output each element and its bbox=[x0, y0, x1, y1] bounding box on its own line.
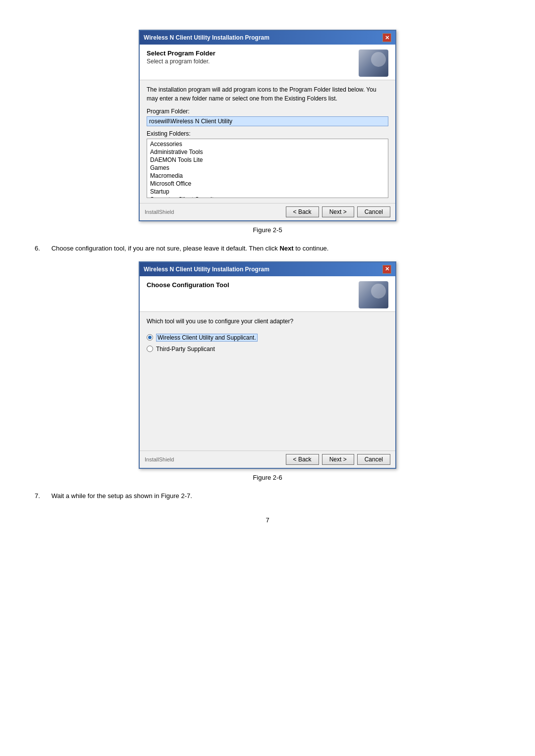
step6-number: 6. bbox=[35, 244, 50, 254]
dialog5-header-text: Select Program Folder Select a program f… bbox=[147, 50, 215, 65]
list-item[interactable]: Games bbox=[149, 164, 386, 172]
dialog6-content: Which tool will you use to configure you… bbox=[140, 312, 395, 451]
figure5-caption: Figure 2-5 bbox=[40, 226, 495, 234]
back5-button[interactable]: < Back bbox=[286, 206, 319, 217]
dialog5-description: The installation program will add progra… bbox=[147, 85, 388, 103]
dialog5-close-button[interactable]: ✕ bbox=[382, 33, 391, 42]
dialog5-subheading: Select a program folder. bbox=[147, 58, 215, 65]
step6-text-before: Choose configuration tool, if you are no… bbox=[52, 245, 280, 252]
radio-option-2[interactable]: Third-Party Supplicant bbox=[147, 346, 388, 353]
dialog5-header-icon bbox=[359, 50, 388, 77]
next5-button[interactable]: Next > bbox=[322, 206, 354, 217]
existing-folders-listbox[interactable]: Accessories Administrative Tools DAEMON … bbox=[147, 139, 388, 198]
dialog6-buttons: < Back Next > Cancel bbox=[286, 454, 390, 465]
installshield5-label: InstallShield bbox=[145, 209, 286, 215]
dialog6-footer: InstallShield < Back Next > Cancel bbox=[140, 451, 395, 468]
dialog5-title: Wireless N Client Utility Installation P… bbox=[144, 34, 269, 41]
cancel6-button[interactable]: Cancel bbox=[357, 454, 390, 465]
figure5-dialog: Wireless N Client Utility Installation P… bbox=[139, 30, 396, 221]
wireless-icon-2 bbox=[359, 281, 388, 308]
radio-circle-2[interactable] bbox=[147, 346, 153, 352]
dialog5-titlebar: Wireless N Client Utility Installation P… bbox=[140, 31, 395, 45]
program-folder-input[interactable] bbox=[147, 116, 388, 126]
dialog5-buttons: < Back Next > Cancel bbox=[286, 206, 390, 217]
list-item[interactable]: Microsoft Office bbox=[149, 180, 386, 188]
figure6-caption: Figure 2-6 bbox=[40, 474, 495, 481]
existing-folders-label: Existing Folders: bbox=[147, 130, 388, 137]
list-item[interactable]: DAEMON Tools Lite bbox=[149, 156, 386, 164]
dialog6-question: Which tool will you use to configure you… bbox=[147, 317, 388, 326]
existing-folders-list: Accessories Administrative Tools DAEMON … bbox=[147, 139, 388, 198]
dialog6-header: Choose Configuration Tool bbox=[140, 276, 395, 312]
step6-bold: Next bbox=[279, 245, 293, 252]
step6-text-after: to continue. bbox=[294, 245, 329, 252]
step6-body: Choose configuration tool, if you are no… bbox=[52, 245, 329, 252]
list-item[interactable]: Startup bbox=[149, 188, 386, 196]
back6-button[interactable]: < Back bbox=[286, 454, 319, 465]
next6-button[interactable]: Next > bbox=[322, 454, 354, 465]
radio-circle-1[interactable] bbox=[147, 334, 153, 341]
dialog5-body: Select Program Folder Select a program f… bbox=[140, 45, 395, 220]
step7-number: 7. bbox=[35, 491, 50, 502]
dialog5-heading: Select Program Folder bbox=[147, 50, 215, 57]
page-number: 7 bbox=[40, 516, 495, 524]
step7-text: 7. Wait a while for the setup as shown i… bbox=[40, 491, 495, 502]
list-item[interactable]: Macromedia bbox=[149, 172, 386, 180]
dialog6-title: Wireless N Client Utility Installation P… bbox=[144, 266, 269, 273]
radio-option-1[interactable]: Wireless Client Utility and Supplicant. bbox=[147, 334, 388, 342]
cancel5-button[interactable]: Cancel bbox=[357, 206, 390, 217]
figure6-dialog: Wireless N Client Utility Installation P… bbox=[139, 261, 396, 469]
dialog6-header-text: Choose Configuration Tool bbox=[147, 281, 229, 290]
installshield6-label: InstallShield bbox=[145, 456, 286, 462]
step7-body: Wait a while for the setup as shown in F… bbox=[52, 492, 192, 500]
dialog5-content: The installation program will add progra… bbox=[140, 80, 395, 203]
dialog6-titlebar: Wireless N Client Utility Installation P… bbox=[140, 262, 395, 276]
program-folder-label: Program Folder: bbox=[147, 108, 388, 115]
dialog6-body: Choose Configuration Tool Which tool wil… bbox=[140, 276, 395, 468]
radio-label-2: Third-Party Supplicant bbox=[156, 346, 215, 353]
list-item[interactable]: Symantec Client Security bbox=[149, 196, 386, 198]
dialog6-header-icon bbox=[359, 281, 388, 308]
dialog5-footer: InstallShield < Back Next > Cancel bbox=[140, 203, 395, 220]
dialog6-close-button[interactable]: ✕ bbox=[382, 265, 391, 274]
step6-text: 6. Choose configuration tool, if you are… bbox=[40, 244, 495, 254]
dialog5-header: Select Program Folder Select a program f… bbox=[140, 45, 395, 80]
list-item[interactable]: Accessories bbox=[149, 140, 386, 148]
radio-label-1: Wireless Client Utility and Supplicant. bbox=[156, 334, 258, 342]
page-content: Wireless N Client Utility Installation P… bbox=[40, 15, 495, 524]
wireless-icon bbox=[359, 50, 388, 77]
dialog6-heading: Choose Configuration Tool bbox=[147, 281, 229, 289]
list-item[interactable]: Administrative Tools bbox=[149, 148, 386, 156]
